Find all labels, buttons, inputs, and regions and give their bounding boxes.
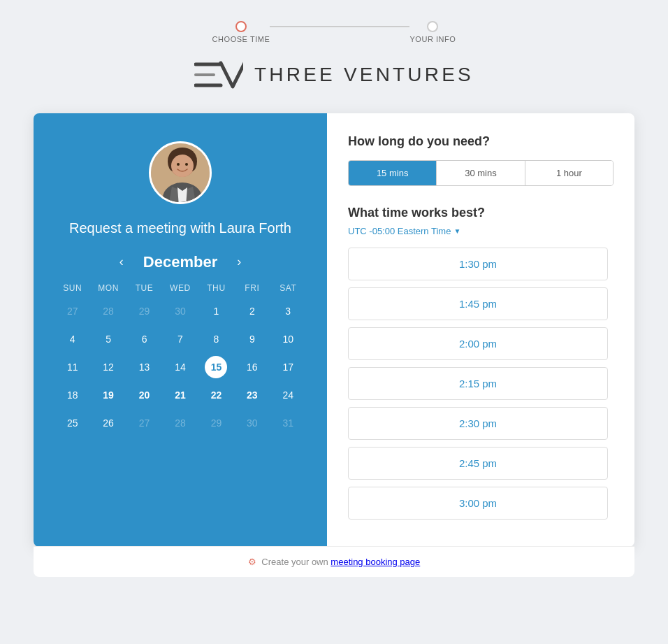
- cal-day[interactable]: 18: [61, 384, 84, 406]
- cal-day[interactable]: 21: [169, 384, 191, 406]
- logo-text: THREE VENTURES: [254, 64, 474, 86]
- svg-point-10: [185, 163, 188, 166]
- timezone-selector[interactable]: UTC -05:00 Eastern Time ▼: [348, 226, 460, 236]
- step1-label: CHOOSE TIME: [212, 35, 270, 43]
- cal-day[interactable]: 14: [169, 356, 191, 378]
- progress-bar: CHOOSE TIME YOUR INFO: [194, 21, 474, 43]
- logo-icon: [194, 57, 243, 92]
- cal-day: 29: [133, 300, 156, 322]
- cal-day[interactable]: 4: [61, 328, 84, 350]
- weekday-mon: MON: [90, 283, 126, 293]
- footer-bar: ⚙ Create your own meeting booking page: [34, 546, 634, 577]
- time-slot[interactable]: 1:45 pm: [348, 287, 608, 320]
- cal-day: 27: [61, 300, 84, 322]
- weekday-wed: WED: [162, 283, 198, 293]
- time-slot[interactable]: 2:45 pm: [348, 447, 608, 480]
- cal-day[interactable]: 17: [277, 356, 299, 378]
- cal-day: 31: [277, 412, 299, 434]
- cal-day[interactable]: 24: [277, 384, 299, 406]
- what-time-title: What time works best?: [348, 206, 613, 220]
- weekday-thu: THU: [198, 283, 234, 293]
- time-slot[interactable]: 3:00 pm: [348, 487, 608, 520]
- cal-day: 30: [241, 412, 263, 434]
- weekday-fri: FRI: [234, 283, 270, 293]
- cal-day[interactable]: 22: [205, 384, 227, 406]
- dur-btn-60[interactable]: 1 hour: [525, 161, 613, 185]
- time-slot[interactable]: 1:30 pm: [348, 248, 608, 280]
- cal-day[interactable]: 1: [205, 300, 227, 322]
- cal-day[interactable]: 25: [61, 412, 84, 434]
- calendar-grid: 27 28 29 30 1 2 3 4 5 6 7 8 9 10 11 12 1…: [55, 299, 306, 436]
- step2-circle: [427, 21, 438, 32]
- step2-label: YOUR INFO: [409, 35, 456, 43]
- how-long-title: How long do you need?: [348, 134, 613, 149]
- cal-day[interactable]: 23: [241, 384, 263, 406]
- month-label: December: [143, 253, 217, 271]
- cal-day-selected[interactable]: 15: [205, 356, 227, 378]
- duration-buttons: 15 mins 30 mins 1 hour: [348, 160, 613, 186]
- avatar-image: [151, 143, 212, 204]
- hubspot-icon: ⚙: [248, 557, 256, 567]
- cal-day[interactable]: 6: [133, 328, 156, 350]
- logo: THREE VENTURES: [194, 57, 474, 92]
- avatar: [149, 141, 212, 204]
- step-choose-time: CHOOSE TIME: [212, 21, 270, 43]
- timezone-label: UTC -05:00 Eastern Time: [348, 226, 451, 236]
- cal-day[interactable]: 2: [241, 300, 263, 322]
- footer-text: Create your own: [261, 557, 331, 567]
- time-slot[interactable]: 2:30 pm: [348, 407, 608, 440]
- weekday-sat: SAT: [270, 283, 306, 293]
- cal-day: 28: [169, 412, 191, 434]
- cal-day: 28: [97, 300, 119, 322]
- step1-circle: [235, 21, 247, 32]
- dur-btn-15[interactable]: 15 mins: [349, 161, 437, 185]
- cal-day[interactable]: 13: [133, 356, 156, 378]
- meeting-title: Request a meeting with Laura Forth: [69, 218, 291, 238]
- cal-day[interactable]: 11: [61, 356, 84, 378]
- cal-day: 29: [205, 412, 227, 434]
- cal-day[interactable]: 20: [133, 384, 156, 406]
- svg-point-9: [177, 163, 180, 166]
- time-slot[interactable]: 2:15 pm: [348, 367, 608, 400]
- weekday-sun: SUN: [55, 283, 90, 293]
- dur-btn-30[interactable]: 30 mins: [437, 161, 525, 185]
- cal-day[interactable]: 26: [97, 412, 119, 434]
- left-panel: Request a meeting with Laura Forth ‹ Dec…: [34, 113, 327, 547]
- footer-link[interactable]: meeting booking page: [331, 557, 420, 567]
- cal-day[interactable]: 9: [241, 328, 263, 350]
- calendar-header: SUN MON TUE WED THU FRI SAT: [55, 283, 306, 293]
- time-slots-list: 1:30 pm 1:45 pm 2:00 pm 2:15 pm 2:30 pm …: [348, 248, 613, 520]
- cal-day: 27: [133, 412, 156, 434]
- cal-day: 30: [169, 300, 191, 322]
- prev-month-button[interactable]: ‹: [114, 252, 129, 272]
- cal-day[interactable]: 12: [97, 356, 119, 378]
- cal-day[interactable]: 5: [97, 328, 119, 350]
- month-nav: ‹ December ›: [114, 252, 247, 272]
- next-month-button[interactable]: ›: [231, 252, 247, 272]
- cal-day[interactable]: 3: [277, 300, 299, 322]
- cal-day[interactable]: 19: [97, 384, 119, 406]
- calendar: SUN MON TUE WED THU FRI SAT 27 28 29 30 …: [55, 283, 306, 436]
- cal-day[interactable]: 7: [169, 328, 191, 350]
- cal-day[interactable]: 16: [241, 356, 263, 378]
- svg-point-8: [171, 155, 194, 177]
- main-card: Request a meeting with Laura Forth ‹ Dec…: [34, 113, 634, 547]
- step-your-info: YOUR INFO: [409, 21, 456, 43]
- cal-day[interactable]: 8: [205, 328, 227, 350]
- step-connector: [270, 26, 409, 27]
- cal-day[interactable]: 10: [277, 328, 299, 350]
- time-slot[interactable]: 2:00 pm: [348, 327, 608, 360]
- weekday-tue: TUE: [126, 283, 162, 293]
- chevron-down-icon: ▼: [453, 227, 460, 235]
- right-panel: How long do you need? 15 mins 30 mins 1 …: [327, 113, 634, 547]
